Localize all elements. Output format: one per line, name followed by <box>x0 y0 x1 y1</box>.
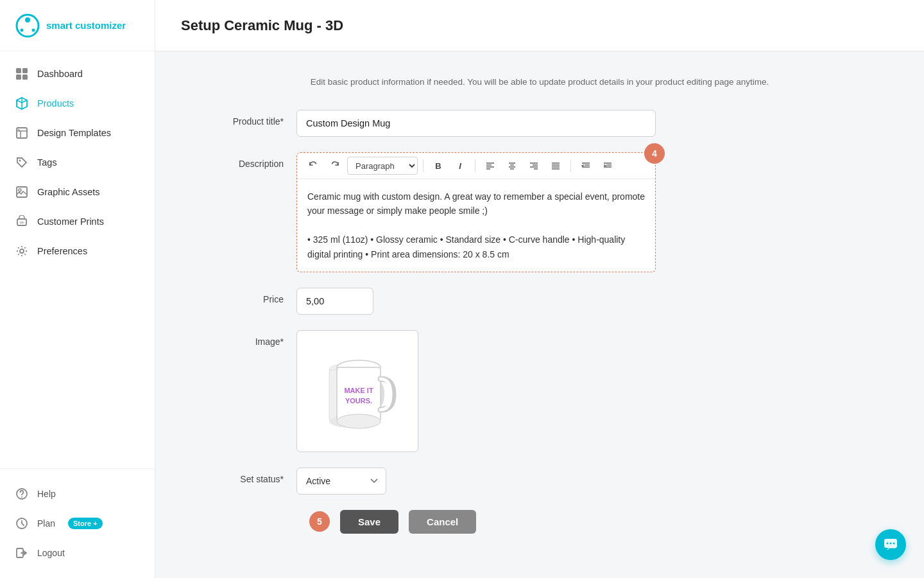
paragraph-select[interactable]: Paragraph <box>347 157 418 175</box>
description-body[interactable]: Ceramic mug with custom design. A great … <box>297 179 655 272</box>
page-title: Setup Ceramic Mug - 3D <box>181 17 343 34</box>
svg-point-1 <box>25 17 30 22</box>
sidebar-item-tags[interactable]: Tags <box>0 148 155 177</box>
svg-point-2 <box>21 28 24 31</box>
preferences-icon <box>15 245 28 258</box>
redo-button[interactable] <box>325 157 345 175</box>
info-text: Edit basic product information if needed… <box>207 77 873 87</box>
products-icon <box>15 97 28 110</box>
editor-toolbar: Paragraph B I <box>297 153 655 179</box>
price-label: Price <box>207 288 296 304</box>
svg-text:MAKE IT: MAKE IT <box>344 387 373 394</box>
svg-point-48 <box>337 414 381 428</box>
status-wrap: Active Inactive Draft <box>296 468 656 495</box>
app-name: smart customizer <box>46 20 126 31</box>
product-image-container[interactable]: MAKE IT YOURS. <box>296 330 418 452</box>
chat-icon <box>883 537 898 552</box>
sidebar-item-design-templates[interactable]: Design Templates <box>0 118 155 148</box>
chat-button[interactable] <box>875 529 906 560</box>
page-header: Setup Ceramic Mug - 3D <box>155 0 924 51</box>
svg-point-52 <box>887 543 889 545</box>
toolbar-divider-2 <box>475 159 475 172</box>
sidebar-item-help[interactable]: Help <box>0 479 155 509</box>
image-wrap: MAKE IT YOURS. <box>296 330 656 452</box>
undo-button[interactable] <box>304 157 323 175</box>
tags-icon <box>15 156 28 169</box>
align-justify-button[interactable] <box>546 157 565 175</box>
sidebar-item-label-logout: Logout <box>37 548 65 558</box>
indent-increase-button[interactable] <box>598 157 617 175</box>
description-line2: • 325 ml (11oz) • Glossy ceramic • Stand… <box>307 232 645 261</box>
description-label: Description <box>207 152 296 169</box>
svg-text:YOURS.: YOURS. <box>345 397 372 405</box>
svg-rect-15 <box>20 222 24 223</box>
price-wrap <box>296 288 656 315</box>
mug-image: MAKE IT YOURS. <box>306 343 409 439</box>
save-button[interactable]: Save <box>340 510 398 534</box>
svg-point-53 <box>890 543 892 545</box>
product-title-row: Product title* <box>207 110 873 137</box>
app-logo-icon <box>15 13 40 38</box>
cancel-button[interactable]: Cancel <box>409 510 476 534</box>
status-select[interactable]: Active Inactive Draft <box>296 468 386 495</box>
svg-rect-4 <box>16 68 21 73</box>
sidebar-item-label-customer-prints: Customer Prints <box>37 216 104 227</box>
sidebar-item-preferences[interactable]: Preferences <box>0 236 155 266</box>
plan-icon <box>15 517 28 530</box>
indent-decrease-button[interactable] <box>576 157 595 175</box>
italic-button[interactable]: I <box>450 157 470 175</box>
svg-point-11 <box>19 160 21 162</box>
toolbar-divider-1 <box>423 159 424 172</box>
sidebar-item-label-tags: Tags <box>37 157 57 168</box>
price-row: Price <box>207 288 873 315</box>
description-line1: Ceramic mug with custom design. A great … <box>307 189 645 218</box>
design-templates-icon <box>15 127 28 139</box>
sidebar-item-label-design-templates: Design Templates <box>37 128 111 138</box>
sidebar-item-customer-prints[interactable]: Customer Prints <box>0 207 155 236</box>
sidebar-item-label-products: Products <box>37 98 74 109</box>
sidebar-item-logout[interactable]: Logout <box>0 538 155 568</box>
sidebar-nav: Dashboard Products Design Templates <box>0 51 155 468</box>
align-right-button[interactable] <box>524 157 543 175</box>
product-title-label: Product title* <box>207 110 296 127</box>
status-row: Set status* Active Inactive Draft <box>207 468 873 495</box>
svg-rect-47 <box>337 367 381 421</box>
status-label: Set status* <box>207 468 296 484</box>
product-title-input[interactable] <box>296 110 656 137</box>
action-row: 5 Save Cancel <box>207 510 873 534</box>
plan-badge: Store + <box>68 518 103 529</box>
svg-point-16 <box>20 249 24 253</box>
image-label: Image* <box>207 330 296 347</box>
step-badge-5: 5 <box>309 511 330 532</box>
description-row: Description Paragraph B <box>207 152 873 272</box>
logout-icon <box>15 547 28 559</box>
svg-point-18 <box>21 496 22 498</box>
content-area: Edit basic product information if needed… <box>155 51 924 578</box>
sidebar-item-label-help: Help <box>37 489 56 499</box>
customer-prints-icon <box>15 215 28 228</box>
align-left-button[interactable] <box>481 157 500 175</box>
sidebar-item-label-preferences: Preferences <box>37 246 87 256</box>
sidebar-item-dashboard[interactable]: Dashboard <box>0 59 155 89</box>
sidebar-item-plan[interactable]: Plan Store + <box>0 509 155 538</box>
product-title-wrap <box>296 110 656 137</box>
svg-rect-7 <box>22 74 28 80</box>
sidebar-bottom: Help Plan Store + Logout <box>0 468 155 578</box>
svg-rect-6 <box>16 74 21 80</box>
sidebar-item-graphic-assets[interactable]: Graphic Assets <box>0 177 155 207</box>
align-center-button[interactable] <box>502 157 522 175</box>
toolbar-divider-3 <box>570 159 571 172</box>
sidebar-item-products[interactable]: Products <box>0 89 155 118</box>
svg-rect-5 <box>22 68 28 73</box>
description-wrap: Paragraph B I <box>296 152 656 272</box>
svg-point-3 <box>32 28 35 31</box>
price-input[interactable] <box>296 288 373 315</box>
svg-point-54 <box>893 543 895 545</box>
main-content: Setup Ceramic Mug - 3D Edit basic produc… <box>155 0 924 578</box>
bold-button[interactable]: B <box>429 157 448 175</box>
image-row: Image* <box>207 330 873 452</box>
svg-point-13 <box>19 189 21 191</box>
svg-rect-12 <box>17 187 27 197</box>
help-icon <box>15 487 28 500</box>
graphic-assets-icon <box>15 186 28 198</box>
